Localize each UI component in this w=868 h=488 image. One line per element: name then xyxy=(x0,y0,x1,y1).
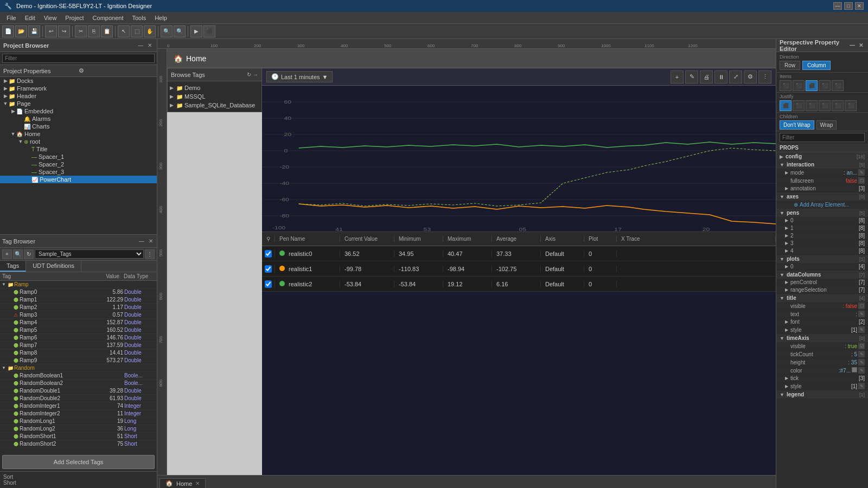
rp-minimize[interactable]: — xyxy=(848,42,856,49)
ht-edit[interactable]: ✎ xyxy=(858,359,865,365)
tag-row-randomboolean2[interactable]: ⬤RandomBoolean2Boole... xyxy=(0,380,157,387)
mode-edit-btn[interactable]: ✎ xyxy=(858,169,865,176)
chart-time-button[interactable]: 🕐 Last 1 minutes ▼ xyxy=(266,71,333,82)
btree-sqlite[interactable]: ▶ 📁 Sample_SQLite_Database xyxy=(170,101,259,110)
menu-project[interactable]: Project xyxy=(61,14,88,22)
save-button[interactable]: 💾 xyxy=(28,25,40,37)
sta-edit[interactable]: ✎ xyxy=(858,383,865,389)
tree-item-page[interactable]: ▼📁Page xyxy=(0,100,157,107)
tag-row-ramp9[interactable]: ⬤Ramp9573.27Double xyxy=(0,357,157,364)
add-tag-button[interactable]: + xyxy=(2,249,12,259)
tag-row-randominteger1[interactable]: ⬤RandomInteger174Integer xyxy=(0,402,157,410)
items-btn-4[interactable]: ⬛ xyxy=(819,80,831,91)
stl-edit[interactable]: ✎ xyxy=(858,326,865,333)
vis-checkbox[interactable]: ☐ xyxy=(858,303,865,309)
tag-browser-minimize[interactable]: — xyxy=(138,237,145,245)
maximize-button[interactable]: □ xyxy=(844,2,853,10)
menu-component[interactable]: Component xyxy=(88,14,128,22)
tag-row-ramp0[interactable]: ⬤Ramp05.86Double xyxy=(0,288,157,296)
pen-checkbox-2[interactable] xyxy=(262,280,275,288)
home-tab-close[interactable]: ✕ xyxy=(195,480,200,486)
items-btn-5[interactable]: ⬛ xyxy=(832,80,844,91)
chart-more-button[interactable]: ⋮ xyxy=(758,70,771,84)
items-btn-3[interactable]: ⬛ xyxy=(806,80,818,91)
chart-pen-button[interactable]: ✎ xyxy=(685,70,698,84)
pen-check-1[interactable] xyxy=(265,265,272,273)
tag-tab-udt[interactable]: UDT Definitions xyxy=(26,261,81,272)
tag-row-ramp[interactable]: ▼📁Ramp xyxy=(0,281,157,288)
tree-item-title[interactable]: TTitle xyxy=(0,145,157,153)
tag-source-selector[interactable]: Sample_Tags xyxy=(35,249,144,259)
wrap-button[interactable]: Wrap xyxy=(816,120,837,130)
tree-item-spacer-1[interactable]: —Spacer_1 xyxy=(0,153,157,160)
refresh-tag-button[interactable]: ↻ xyxy=(24,249,34,259)
txt-edit[interactable]: ✎ xyxy=(858,311,865,317)
copy-button[interactable]: ⎘ xyxy=(88,25,100,37)
tag-row-randomlong1[interactable]: ⬤RandomLong119Long xyxy=(0,418,157,425)
project-browser-minimize[interactable]: — xyxy=(137,42,144,49)
add-array-element-button[interactable]: ⊕ Add Array Element... xyxy=(776,201,868,209)
title-section-header[interactable]: ▼ title [4] xyxy=(776,294,868,302)
chart-fullscreen-button[interactable]: ⤢ xyxy=(729,70,742,84)
select-button[interactable]: ⬚ xyxy=(131,25,143,37)
tag-row-ramp3[interactable]: ⚠Ramp30.57Double xyxy=(0,311,157,319)
tc-edit[interactable]: ✎ xyxy=(858,351,865,357)
tag-row-ramp2[interactable]: ⬤Ramp21.17Double xyxy=(0,304,157,311)
home-tab[interactable]: 🏠 Home ✕ xyxy=(159,478,206,488)
justify-btn-1[interactable]: ⬛ xyxy=(780,100,792,111)
tree-item-home[interactable]: ▼🏠Home xyxy=(0,130,157,138)
tav-checkbox[interactable]: ☑ xyxy=(858,343,865,349)
pan-button[interactable]: ✋ xyxy=(144,25,156,37)
paste-button[interactable]: 📋 xyxy=(101,25,113,37)
fs-checkbox[interactable]: ☐ xyxy=(858,177,865,184)
new-button[interactable]: 📄 xyxy=(2,25,14,37)
menu-file[interactable]: File xyxy=(2,14,21,22)
zoom-in-button[interactable]: 🔍 xyxy=(174,25,186,37)
menu-view[interactable]: View xyxy=(40,14,61,22)
cl-edit[interactable]: ✎ xyxy=(858,367,865,374)
data-columns-header[interactable]: ▼ dataColumns [7] xyxy=(776,271,868,279)
close-button[interactable]: ✕ xyxy=(855,2,864,10)
chart-settings-button[interactable]: ⚙ xyxy=(744,70,757,84)
preview-button[interactable]: ⬛ xyxy=(203,25,215,37)
project-browser-close[interactable]: ✕ xyxy=(146,42,154,49)
chart-pause-button[interactable]: ⏸ xyxy=(714,70,727,84)
pens-section-header[interactable]: ▼ pens [5] xyxy=(776,209,868,217)
items-btn-2[interactable]: ⬛ xyxy=(793,80,805,91)
open-button[interactable]: 📂 xyxy=(15,25,27,37)
menu-help[interactable]: Help xyxy=(150,14,171,22)
tag-row-ramp4[interactable]: ⬤Ramp4152.87Double xyxy=(0,319,157,326)
pointer-button[interactable]: ↖ xyxy=(118,25,130,37)
pen-checkbox-1[interactable] xyxy=(262,265,275,273)
plots-section-header[interactable]: ▼ plots [1] xyxy=(776,255,868,263)
menu-edit[interactable]: Edit xyxy=(21,14,40,22)
tree-item-charts[interactable]: 📊Charts xyxy=(0,123,157,130)
axes-section-header[interactable]: ▼ axes [0] xyxy=(776,192,868,201)
cut-button[interactable]: ✂ xyxy=(75,25,87,37)
tag-more-button[interactable]: ⋮ xyxy=(145,249,155,259)
tag-row-randomdouble2[interactable]: ⬤RandomDouble261.93Double xyxy=(0,395,157,402)
browse-tags-refresh[interactable]: ↻ xyxy=(247,72,251,78)
chart-add-pen-button[interactable]: + xyxy=(671,70,684,84)
add-selected-tags-button[interactable]: Add Selected Tags xyxy=(2,455,155,469)
tree-item-alarms[interactable]: 🔔Alarms xyxy=(0,115,157,123)
tag-row-randominteger2[interactable]: ⬤RandomInteger211Integer xyxy=(0,410,157,418)
tag-row-ramp6[interactable]: ⬤Ramp6146.76Double xyxy=(0,334,157,342)
tag-row-ramp5[interactable]: ⬤Ramp5160.52Double xyxy=(0,326,157,334)
project-search-input[interactable] xyxy=(2,54,155,63)
legend-section-header[interactable]: ▼ legend [1] xyxy=(776,390,868,399)
minimize-button[interactable]: — xyxy=(833,2,842,10)
menu-tools[interactable]: Tools xyxy=(127,14,150,22)
column-button[interactable]: Column xyxy=(802,61,831,70)
pen-checkbox-0[interactable] xyxy=(262,250,275,258)
tag-row-ramp7[interactable]: ⬤Ramp7137.59Double xyxy=(0,342,157,349)
play-button[interactable]: ▶ xyxy=(190,25,202,37)
chart-print-button[interactable]: 🖨 xyxy=(700,70,713,84)
row-button[interactable]: Row xyxy=(780,61,800,70)
rp-close[interactable]: ✕ xyxy=(857,42,865,49)
justify-btn-3[interactable]: ⬛ xyxy=(806,100,818,111)
config-section-header[interactable]: ▶ config [16] xyxy=(776,152,868,160)
justify-btn-5[interactable]: ⬛ xyxy=(832,100,844,111)
props-filter-input[interactable] xyxy=(780,133,865,142)
tree-item-spacer-3[interactable]: —Spacer_3 xyxy=(0,168,157,176)
